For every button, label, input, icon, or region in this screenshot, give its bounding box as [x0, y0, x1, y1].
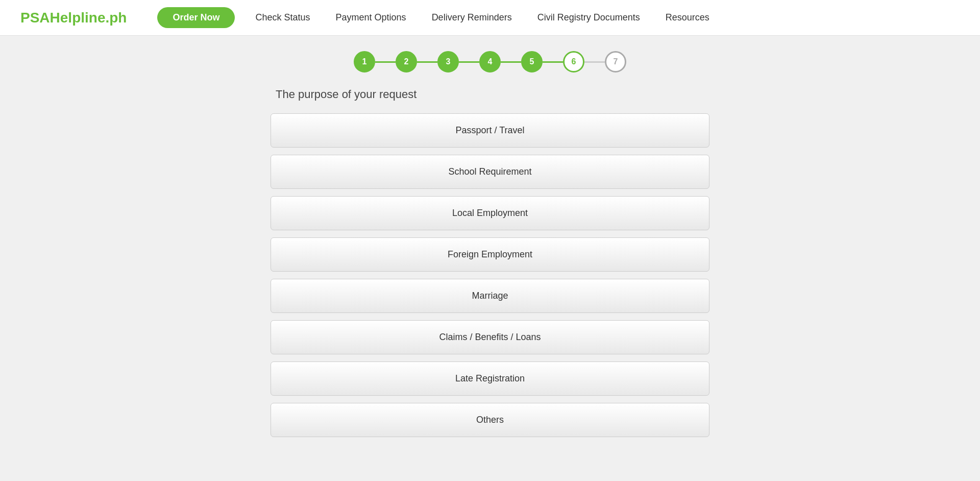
option-school-requirement[interactable]: School Requirement: [271, 155, 709, 189]
step-line-2: [417, 61, 437, 63]
step-line-3: [459, 61, 479, 63]
step-line-6: [584, 61, 605, 63]
step-circle-2[interactable]: 2: [396, 51, 417, 73]
nav-resources[interactable]: Resources: [666, 12, 709, 23]
step-3: 3: [437, 51, 479, 73]
option-passport-travel[interactable]: Passport / Travel: [271, 113, 709, 148]
main-content: The purpose of your request Passport / T…: [260, 83, 720, 465]
options-container: Passport / TravelSchool RequirementLocal…: [271, 113, 709, 437]
order-now-button[interactable]: Order Now: [157, 7, 235, 28]
option-late-registration[interactable]: Late Registration: [271, 362, 709, 396]
nav-links: Check Status Payment Options Delivery Re…: [255, 12, 960, 23]
nav-payment-options[interactable]: Payment Options: [336, 12, 406, 23]
page-title: The purpose of your request: [276, 88, 709, 101]
step-4: 4: [479, 51, 521, 73]
step-circle-7: 7: [605, 51, 626, 73]
nav-delivery-reminders[interactable]: Delivery Reminders: [432, 12, 512, 23]
option-local-employment[interactable]: Local Employment: [271, 196, 709, 230]
progress-bar: 1234567: [0, 36, 980, 83]
step-circle-5[interactable]: 5: [521, 51, 543, 73]
nav-civil-registry[interactable]: Civil Registry Documents: [537, 12, 640, 23]
step-line-4: [501, 61, 521, 63]
step-line-1: [375, 61, 396, 63]
step-circle-4[interactable]: 4: [479, 51, 501, 73]
step-7: 7: [605, 51, 626, 73]
header: PSAHelpline.ph Order Now Check Status Pa…: [0, 0, 980, 36]
step-line-5: [543, 61, 563, 63]
nav-check-status[interactable]: Check Status: [255, 12, 310, 23]
option-foreign-employment[interactable]: Foreign Employment: [271, 237, 709, 272]
option-marriage[interactable]: Marriage: [271, 279, 709, 313]
step-circle-1[interactable]: 1: [354, 51, 375, 73]
step-2: 2: [396, 51, 437, 73]
option-claims-benefits-loans[interactable]: Claims / Benefits / Loans: [271, 320, 709, 354]
step-6: 6: [563, 51, 605, 73]
logo: PSAHelpline.ph: [20, 10, 127, 26]
step-1: 1: [354, 51, 396, 73]
step-5: 5: [521, 51, 563, 73]
step-circle-3[interactable]: 3: [437, 51, 459, 73]
option-others[interactable]: Others: [271, 403, 709, 437]
step-circle-6[interactable]: 6: [563, 51, 584, 73]
